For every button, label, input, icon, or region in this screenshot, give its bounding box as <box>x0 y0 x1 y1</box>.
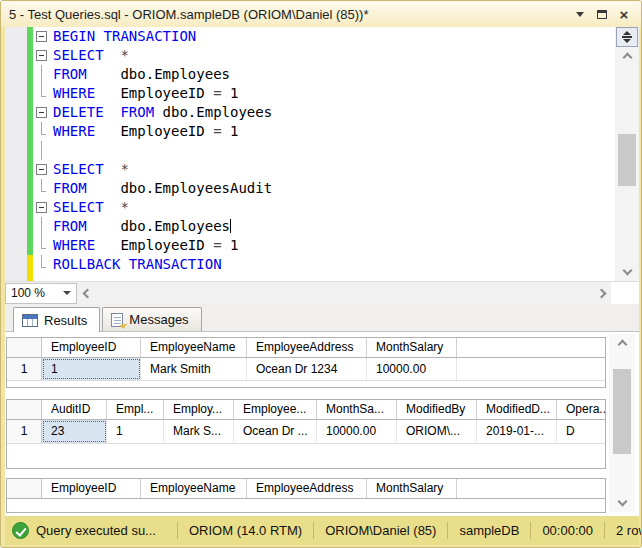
scroll-up-button[interactable] <box>615 47 639 64</box>
column-header[interactable]: MonthSalary <box>367 338 457 357</box>
code-line[interactable]: DELETE FROM dbo.Employees <box>5 103 639 122</box>
code-line[interactable]: WHERE EmployeeID = 1 <box>5 122 639 141</box>
tab-results[interactable]: Results <box>13 307 100 332</box>
outline-collapse-icon[interactable] <box>36 164 47 175</box>
table-cell[interactable]: D <box>557 420 605 443</box>
close-button[interactable]: × <box>613 5 635 23</box>
editor-gutter <box>5 27 27 46</box>
row-header[interactable]: 1 <box>7 420 42 443</box>
maximize-icon <box>597 10 607 19</box>
status-user: ORIOM\Daniel (85) <box>313 522 447 539</box>
column-header[interactable]: EmployeeID <box>42 479 141 498</box>
table-cell[interactable]: 2019-01-... <box>477 420 557 443</box>
table-cell-selected[interactable]: 1 <box>42 358 141 380</box>
outline-end <box>41 84 46 97</box>
chevron-down-icon <box>622 266 632 276</box>
editor-bottom-bar: 100 % <box>5 281 639 304</box>
column-header[interactable]: EmployeeName <box>141 479 247 498</box>
scroll-left-button[interactable] <box>77 282 97 305</box>
scroll-thumb[interactable] <box>613 369 631 454</box>
table-cell[interactable]: Mark Smith <box>141 358 247 380</box>
outline-collapse-icon[interactable] <box>36 107 47 118</box>
grid-header-row: EmployeeID EmployeeName EmployeeAddress … <box>7 338 605 358</box>
scroll-down-button[interactable] <box>610 495 634 512</box>
results-grid-icon <box>22 314 38 327</box>
column-header[interactable]: Empl... <box>107 400 164 419</box>
column-header[interactable]: AuditID <box>42 400 107 419</box>
code-line[interactable]: WHERE EmployeeID = 1 <box>5 236 639 255</box>
status-bar: Query executed su... ORIOM (14.0 RTM) OR… <box>5 516 639 545</box>
column-header[interactable]: MonthSa... <box>317 400 397 419</box>
outline-line <box>41 65 42 84</box>
scroll-down-button[interactable] <box>615 264 639 281</box>
column-header[interactable]: ModifiedBy <box>397 400 477 419</box>
code-line[interactable]: SELECT * <box>5 198 639 217</box>
maximize-button[interactable] <box>591 5 613 23</box>
grid-corner-cell[interactable] <box>7 400 42 419</box>
status-message: Query executed su... <box>36 523 156 538</box>
messages-icon <box>111 313 123 327</box>
table-row: 1 1 Mark Smith Ocean Dr 1234 10000.00 <box>7 358 605 381</box>
horizontal-scroll-track[interactable] <box>97 282 591 305</box>
column-header[interactable]: Opera... <box>557 400 605 419</box>
table-cell[interactable]: 10000.00 <box>367 358 457 380</box>
code-line[interactable]: SELECT * <box>5 160 639 179</box>
close-icon: × <box>620 7 629 22</box>
editor-vertical-scrollbar[interactable] <box>615 27 639 281</box>
column-header[interactable]: EmployeeName <box>141 338 247 357</box>
title-bar[interactable]: 5 - Test Queries.sql - ORIOM.sampleDB (O… <box>1 1 642 27</box>
code-line[interactable] <box>5 141 639 160</box>
tab-messages[interactable]: Messages <box>102 307 201 331</box>
table-cell-selected[interactable]: 23 <box>42 420 107 443</box>
zoom-dropdown[interactable]: 100 % <box>5 283 77 304</box>
status-server: ORIOM (14.0 RTM) <box>177 522 313 539</box>
split-down-icon <box>623 39 631 43</box>
column-header[interactable]: EmployeeAddress <box>247 479 367 498</box>
code-line[interactable]: ROLLBACK TRANSACTION <box>5 255 639 274</box>
grid-corner-cell[interactable] <box>7 479 42 498</box>
split-up-icon <box>623 31 631 35</box>
code-line[interactable]: SELECT * <box>5 46 639 65</box>
outline-end <box>41 179 46 192</box>
column-header[interactable]: Employ... <box>164 400 234 419</box>
column-header[interactable]: ModifiedD... <box>477 400 557 419</box>
results-grid-employees: EmployeeID EmployeeName EmployeeAddress … <box>6 337 606 388</box>
code-line[interactable]: WHERE EmployeeID = 1 <box>5 84 639 103</box>
outline-collapse-icon[interactable] <box>36 31 47 42</box>
table-cell[interactable]: Mark S... <box>164 420 234 443</box>
scroll-thumb[interactable] <box>618 134 636 186</box>
code-line[interactable]: FROM dbo.Employees <box>5 65 639 84</box>
code-line[interactable]: FROM dbo.Employees <box>5 217 639 236</box>
table-cell[interactable]: Ocean Dr ... <box>234 420 317 443</box>
table-cell[interactable]: Ocean Dr 1234 <box>247 358 367 380</box>
outline-line <box>41 217 42 236</box>
results-grid-audit: AuditID Empl... Employ... Employee... Mo… <box>6 399 606 469</box>
grid-corner-cell[interactable] <box>7 338 42 357</box>
column-header[interactable]: Employee... <box>234 400 317 419</box>
outline-collapse-icon[interactable] <box>36 50 47 61</box>
table-cell[interactable]: 1 <box>107 420 164 443</box>
scroll-up-button[interactable] <box>610 334 634 351</box>
table-cell[interactable]: ORIOM\... <box>397 420 477 443</box>
table-cell[interactable]: 10000.00 <box>317 420 397 443</box>
scroll-track[interactable] <box>615 64 639 264</box>
sql-editor[interactable]: BEGIN TRANSACTION SELECT * FROM dbo.Empl… <box>5 27 639 281</box>
window-menu-button[interactable] <box>569 5 591 23</box>
scroll-track[interactable] <box>609 351 635 495</box>
chevron-left-icon <box>82 288 92 298</box>
row-header[interactable]: 1 <box>7 358 42 380</box>
change-bar-unsaved <box>27 274 33 281</box>
code-line[interactable]: FROM dbo.EmployeesAudit <box>5 179 639 198</box>
column-header[interactable]: MonthSalary <box>367 479 457 498</box>
code-line[interactable]: BEGIN TRANSACTION <box>5 27 639 46</box>
splitter-handle[interactable] <box>616 27 638 47</box>
column-header[interactable]: EmployeeID <box>42 338 141 357</box>
results-panel: EmployeeID EmployeeName EmployeeAddress … <box>5 332 639 516</box>
outline-collapse-icon[interactable] <box>36 202 47 213</box>
chevron-down-icon <box>576 12 584 17</box>
results-vertical-scrollbar[interactable] <box>609 334 635 512</box>
column-header[interactable]: EmployeeAddress <box>247 338 367 357</box>
scroll-right-button[interactable] <box>591 282 611 305</box>
chevron-up-icon <box>617 340 627 350</box>
chevron-down-icon <box>63 291 71 295</box>
